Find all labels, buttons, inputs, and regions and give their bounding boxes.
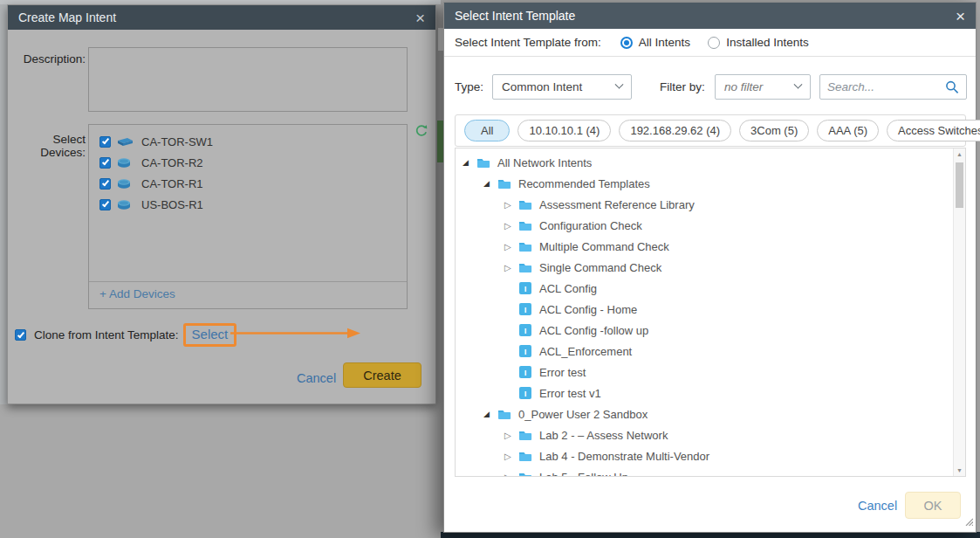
filter-select[interactable]: no filter bbox=[715, 74, 811, 100]
tree-folder-row[interactable]: ◢0_Power User 2 Sandbox bbox=[456, 404, 965, 424]
tree-item-label: ACL Config bbox=[539, 282, 597, 295]
select-template-link[interactable]: Select bbox=[192, 327, 229, 341]
scrollbar-thumb[interactable] bbox=[956, 162, 963, 208]
tree-item-label: Error test bbox=[539, 366, 586, 379]
template-source-label: Select Intent Template from: bbox=[455, 36, 601, 49]
background-dark-bar bbox=[441, 532, 980, 538]
tree-item-label: Lab 5 - Follow Up bbox=[539, 471, 628, 478]
caret-expanded-icon[interactable]: ◢ bbox=[483, 410, 497, 418]
device-row[interactable]: CA-TOR-R2 bbox=[99, 152, 407, 173]
tree-item-label: Lab 2 - – Assess Network bbox=[539, 429, 668, 442]
search-box bbox=[819, 74, 967, 100]
device-name: CA-TOR-SW1 bbox=[141, 135, 213, 148]
tree-intent-row[interactable]: IACL Config - Home bbox=[456, 299, 965, 320]
clone-checkbox[interactable] bbox=[15, 329, 26, 341]
radio-selected-icon[interactable] bbox=[620, 37, 633, 49]
intent-icon: I bbox=[519, 366, 531, 378]
folder-icon bbox=[518, 199, 532, 210]
device-checkbox[interactable] bbox=[99, 199, 111, 210]
device-checkbox[interactable] bbox=[99, 136, 111, 148]
filter-tag[interactable]: Access Switches (3) bbox=[887, 120, 980, 141]
scroll-down-icon[interactable]: ▼ bbox=[954, 467, 965, 473]
check-icon bbox=[101, 137, 108, 145]
tree-folder-row[interactable]: ◢Recommended Templates bbox=[456, 173, 965, 194]
add-devices-link[interactable]: + Add Devices bbox=[99, 287, 175, 300]
radio-option[interactable]: Installed Intents bbox=[708, 36, 809, 49]
check-icon bbox=[101, 200, 108, 208]
caret-collapsed-icon[interactable]: ▷ bbox=[504, 472, 518, 478]
type-select[interactable]: Common Intent bbox=[492, 74, 632, 100]
tree-item-label: Lab 4 - Demonstrate Multi-Vendor bbox=[539, 450, 709, 463]
filter-tag[interactable]: 192.168.29.62 (4) bbox=[619, 120, 731, 141]
caret-collapsed-icon[interactable]: ▷ bbox=[504, 452, 518, 461]
tree-item-label: Multiple Command Check bbox=[539, 240, 669, 253]
device-name: CA-TOR-R2 bbox=[141, 156, 203, 169]
caret-collapsed-icon[interactable]: ▷ bbox=[504, 221, 518, 231]
create-button[interactable]: Create bbox=[343, 362, 421, 388]
filter-tag[interactable]: AAA (5) bbox=[817, 120, 879, 141]
tree-folder-row[interactable]: ▷Assessment Reference Library bbox=[456, 194, 965, 215]
search-input[interactable] bbox=[827, 80, 945, 93]
dialog-titlebar: Select Intent Template × bbox=[444, 3, 976, 29]
close-icon[interactable]: × bbox=[956, 8, 965, 24]
close-icon[interactable]: × bbox=[415, 10, 425, 26]
intent-icon: I bbox=[519, 387, 531, 399]
folder-icon bbox=[518, 241, 532, 252]
device-row[interactable]: CA-TOR-SW1 bbox=[99, 131, 407, 152]
radio-unselected-icon[interactable] bbox=[708, 37, 720, 49]
filter-tag[interactable]: 10.10.10.1 (4) bbox=[517, 120, 611, 141]
tree-folder-row[interactable]: ▷Multiple Command Check bbox=[456, 236, 965, 257]
resize-handle-icon[interactable] bbox=[964, 514, 973, 529]
caret-expanded-icon[interactable]: ◢ bbox=[463, 158, 476, 167]
cancel-link[interactable]: Cancel bbox=[297, 371, 336, 385]
device-row[interactable]: US-BOS-R1 bbox=[99, 194, 407, 215]
clone-from-template-row: Clone from Intent Template: Select bbox=[15, 323, 236, 347]
tree-folder-row[interactable]: ▷Lab 4 - Demonstrate Multi-Vendor bbox=[456, 445, 965, 466]
intent-icon: I bbox=[519, 303, 531, 315]
tree-item-label: Error test v1 bbox=[539, 387, 601, 400]
tree-folder-row[interactable]: ▷Single Command Check bbox=[456, 257, 965, 278]
chevron-down-icon bbox=[615, 80, 624, 89]
caret-expanded-icon[interactable]: ◢ bbox=[483, 179, 497, 188]
folder-icon bbox=[497, 178, 511, 190]
filter-by-label: Filter by: bbox=[660, 80, 705, 93]
intent-icon: I bbox=[519, 345, 531, 357]
tree-item-label: ACL Config - Home bbox=[539, 303, 637, 316]
filter-tag[interactable]: 3Com (5) bbox=[739, 120, 809, 141]
select-intent-template-dialog: Select Intent Template × Select Intent T… bbox=[443, 2, 977, 533]
device-checkbox[interactable] bbox=[99, 178, 111, 190]
tree-folder-row[interactable]: ▷Lab 5 - Follow Up bbox=[456, 466, 965, 477]
device-checkbox[interactable] bbox=[99, 157, 111, 169]
refresh-icon[interactable] bbox=[415, 124, 428, 141]
ok-button[interactable]: OK bbox=[905, 492, 961, 519]
tree-intent-row[interactable]: IACL_Enforcement bbox=[456, 341, 965, 362]
tree-item-label: All Network Intents bbox=[497, 156, 592, 169]
filter-tag[interactable]: All bbox=[464, 120, 510, 141]
annotation-arrow-icon bbox=[230, 327, 360, 342]
radio-option[interactable]: All Intents bbox=[620, 36, 690, 49]
device-row[interactable]: CA-TOR-R1 bbox=[99, 173, 407, 194]
folder-icon bbox=[518, 220, 532, 231]
tree-intent-row[interactable]: IACL Config -follow up bbox=[456, 320, 965, 341]
type-select-value: Common Intent bbox=[502, 80, 582, 93]
tree-item-label: Single Command Check bbox=[539, 261, 661, 274]
tree-folder-row[interactable]: ▷Configuration Check bbox=[456, 215, 965, 236]
tree-intent-row[interactable]: IError test v1 bbox=[456, 383, 965, 404]
device-list: CA-TOR-SW1CA-TOR-R2CA-TOR-R1US-BOS-R1 + … bbox=[88, 124, 408, 309]
caret-collapsed-icon[interactable]: ▷ bbox=[504, 431, 518, 440]
caret-collapsed-icon[interactable]: ▷ bbox=[504, 200, 518, 210]
tree-intent-row[interactable]: IACL Config bbox=[456, 278, 965, 299]
switch-icon bbox=[117, 136, 134, 147]
caret-collapsed-icon[interactable]: ▷ bbox=[504, 242, 518, 252]
caret-collapsed-icon[interactable]: ▷ bbox=[504, 263, 518, 272]
description-field[interactable] bbox=[88, 47, 408, 112]
search-icon[interactable] bbox=[945, 80, 959, 94]
tree-folder-row[interactable]: ▷Lab 2 - – Assess Network bbox=[456, 424, 965, 445]
router-icon bbox=[117, 157, 134, 169]
cancel-link[interactable]: Cancel bbox=[858, 499, 897, 513]
tree-intent-row[interactable]: IError test bbox=[456, 362, 965, 383]
tree-folder-row[interactable]: ◢All Network Intents bbox=[456, 152, 965, 173]
scroll-up-icon[interactable]: ▲ bbox=[954, 151, 965, 157]
radio-option-label: All Intents bbox=[639, 36, 690, 49]
filter-tags-bar: All10.10.10.1 (4)192.168.29.62 (4)3Com (… bbox=[455, 114, 966, 147]
